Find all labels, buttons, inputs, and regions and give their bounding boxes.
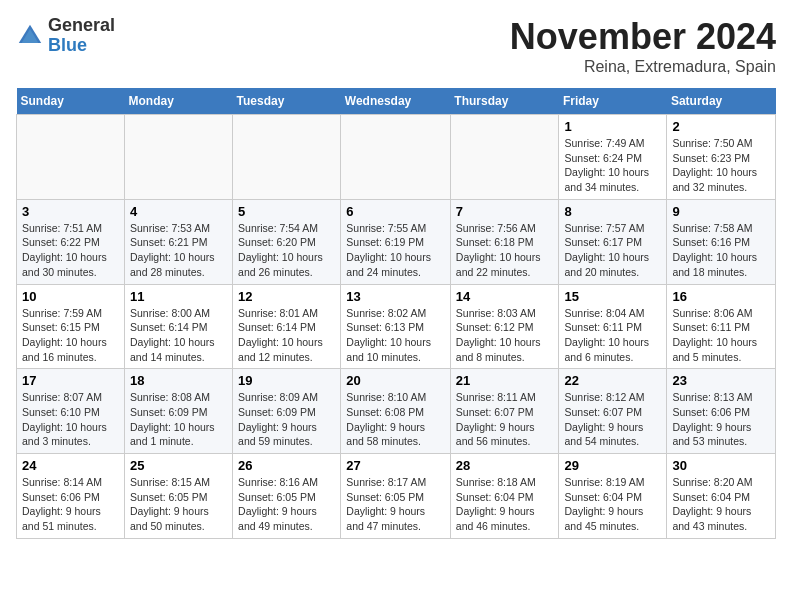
day-info: Sunrise: 8:13 AM Sunset: 6:06 PM Dayligh… <box>672 390 770 449</box>
calendar-cell: 3Sunrise: 7:51 AM Sunset: 6:22 PM Daylig… <box>17 199 125 284</box>
weekday-header-thursday: Thursday <box>450 88 559 115</box>
calendar-cell: 11Sunrise: 8:00 AM Sunset: 6:14 PM Dayli… <box>124 284 232 369</box>
day-number: 1 <box>564 119 661 134</box>
calendar-cell: 27Sunrise: 8:17 AM Sunset: 6:05 PM Dayli… <box>341 454 450 539</box>
day-info: Sunrise: 8:01 AM Sunset: 6:14 PM Dayligh… <box>238 306 335 365</box>
day-info: Sunrise: 7:59 AM Sunset: 6:15 PM Dayligh… <box>22 306 119 365</box>
calendar-cell <box>124 115 232 200</box>
day-info: Sunrise: 7:53 AM Sunset: 6:21 PM Dayligh… <box>130 221 227 280</box>
day-number: 28 <box>456 458 554 473</box>
day-number: 25 <box>130 458 227 473</box>
day-info: Sunrise: 8:02 AM Sunset: 6:13 PM Dayligh… <box>346 306 444 365</box>
day-info: Sunrise: 8:20 AM Sunset: 6:04 PM Dayligh… <box>672 475 770 534</box>
weekday-header-tuesday: Tuesday <box>233 88 341 115</box>
title-block: November 2024 Reina, Extremadura, Spain <box>510 16 776 76</box>
calendar-cell <box>341 115 450 200</box>
day-number: 24 <box>22 458 119 473</box>
day-info: Sunrise: 7:54 AM Sunset: 6:20 PM Dayligh… <box>238 221 335 280</box>
calendar-cell: 17Sunrise: 8:07 AM Sunset: 6:10 PM Dayli… <box>17 369 125 454</box>
day-number: 10 <box>22 289 119 304</box>
day-info: Sunrise: 7:58 AM Sunset: 6:16 PM Dayligh… <box>672 221 770 280</box>
day-info: Sunrise: 8:16 AM Sunset: 6:05 PM Dayligh… <box>238 475 335 534</box>
day-info: Sunrise: 7:57 AM Sunset: 6:17 PM Dayligh… <box>564 221 661 280</box>
day-number: 16 <box>672 289 770 304</box>
day-number: 27 <box>346 458 444 473</box>
calendar-cell: 7Sunrise: 7:56 AM Sunset: 6:18 PM Daylig… <box>450 199 559 284</box>
day-number: 21 <box>456 373 554 388</box>
day-info: Sunrise: 8:04 AM Sunset: 6:11 PM Dayligh… <box>564 306 661 365</box>
calendar-cell: 8Sunrise: 7:57 AM Sunset: 6:17 PM Daylig… <box>559 199 667 284</box>
calendar-cell: 1Sunrise: 7:49 AM Sunset: 6:24 PM Daylig… <box>559 115 667 200</box>
day-number: 22 <box>564 373 661 388</box>
calendar-cell: 22Sunrise: 8:12 AM Sunset: 6:07 PM Dayli… <box>559 369 667 454</box>
calendar-cell: 18Sunrise: 8:08 AM Sunset: 6:09 PM Dayli… <box>124 369 232 454</box>
day-number: 17 <box>22 373 119 388</box>
calendar-cell: 26Sunrise: 8:16 AM Sunset: 6:05 PM Dayli… <box>233 454 341 539</box>
calendar-cell: 12Sunrise: 8:01 AM Sunset: 6:14 PM Dayli… <box>233 284 341 369</box>
day-number: 14 <box>456 289 554 304</box>
calendar-cell: 23Sunrise: 8:13 AM Sunset: 6:06 PM Dayli… <box>667 369 776 454</box>
calendar-cell: 14Sunrise: 8:03 AM Sunset: 6:12 PM Dayli… <box>450 284 559 369</box>
day-number: 7 <box>456 204 554 219</box>
calendar-week-5: 24Sunrise: 8:14 AM Sunset: 6:06 PM Dayli… <box>17 454 776 539</box>
day-number: 29 <box>564 458 661 473</box>
day-info: Sunrise: 8:18 AM Sunset: 6:04 PM Dayligh… <box>456 475 554 534</box>
calendar-cell: 16Sunrise: 8:06 AM Sunset: 6:11 PM Dayli… <box>667 284 776 369</box>
calendar-week-2: 3Sunrise: 7:51 AM Sunset: 6:22 PM Daylig… <box>17 199 776 284</box>
day-number: 6 <box>346 204 444 219</box>
calendar-cell: 25Sunrise: 8:15 AM Sunset: 6:05 PM Dayli… <box>124 454 232 539</box>
day-info: Sunrise: 7:50 AM Sunset: 6:23 PM Dayligh… <box>672 136 770 195</box>
calendar-cell: 10Sunrise: 7:59 AM Sunset: 6:15 PM Dayli… <box>17 284 125 369</box>
day-number: 8 <box>564 204 661 219</box>
day-number: 13 <box>346 289 444 304</box>
day-number: 2 <box>672 119 770 134</box>
day-number: 19 <box>238 373 335 388</box>
day-number: 18 <box>130 373 227 388</box>
calendar-cell: 6Sunrise: 7:55 AM Sunset: 6:19 PM Daylig… <box>341 199 450 284</box>
calendar-cell: 19Sunrise: 8:09 AM Sunset: 6:09 PM Dayli… <box>233 369 341 454</box>
day-info: Sunrise: 7:51 AM Sunset: 6:22 PM Dayligh… <box>22 221 119 280</box>
logo-blue: Blue <box>48 35 87 55</box>
day-number: 3 <box>22 204 119 219</box>
day-number: 23 <box>672 373 770 388</box>
day-number: 9 <box>672 204 770 219</box>
day-info: Sunrise: 8:17 AM Sunset: 6:05 PM Dayligh… <box>346 475 444 534</box>
day-info: Sunrise: 7:55 AM Sunset: 6:19 PM Dayligh… <box>346 221 444 280</box>
page-header: General Blue November 2024 Reina, Extrem… <box>16 16 776 76</box>
day-number: 11 <box>130 289 227 304</box>
logo: General Blue <box>16 16 115 56</box>
calendar-cell: 9Sunrise: 7:58 AM Sunset: 6:16 PM Daylig… <box>667 199 776 284</box>
calendar-cell: 2Sunrise: 7:50 AM Sunset: 6:23 PM Daylig… <box>667 115 776 200</box>
day-info: Sunrise: 8:14 AM Sunset: 6:06 PM Dayligh… <box>22 475 119 534</box>
calendar-table: SundayMondayTuesdayWednesdayThursdayFrid… <box>16 88 776 539</box>
calendar-cell: 4Sunrise: 7:53 AM Sunset: 6:21 PM Daylig… <box>124 199 232 284</box>
calendar-cell: 15Sunrise: 8:04 AM Sunset: 6:11 PM Dayli… <box>559 284 667 369</box>
calendar-week-3: 10Sunrise: 7:59 AM Sunset: 6:15 PM Dayli… <box>17 284 776 369</box>
day-info: Sunrise: 8:07 AM Sunset: 6:10 PM Dayligh… <box>22 390 119 449</box>
calendar-cell: 21Sunrise: 8:11 AM Sunset: 6:07 PM Dayli… <box>450 369 559 454</box>
calendar-cell: 30Sunrise: 8:20 AM Sunset: 6:04 PM Dayli… <box>667 454 776 539</box>
logo-icon <box>16 22 44 50</box>
day-info: Sunrise: 8:00 AM Sunset: 6:14 PM Dayligh… <box>130 306 227 365</box>
calendar-week-1: 1Sunrise: 7:49 AM Sunset: 6:24 PM Daylig… <box>17 115 776 200</box>
weekday-header-friday: Friday <box>559 88 667 115</box>
calendar-cell: 20Sunrise: 8:10 AM Sunset: 6:08 PM Dayli… <box>341 369 450 454</box>
weekday-header-wednesday: Wednesday <box>341 88 450 115</box>
day-info: Sunrise: 8:03 AM Sunset: 6:12 PM Dayligh… <box>456 306 554 365</box>
day-info: Sunrise: 8:12 AM Sunset: 6:07 PM Dayligh… <box>564 390 661 449</box>
day-info: Sunrise: 8:06 AM Sunset: 6:11 PM Dayligh… <box>672 306 770 365</box>
day-number: 15 <box>564 289 661 304</box>
month-title: November 2024 <box>510 16 776 58</box>
day-number: 4 <box>130 204 227 219</box>
calendar-cell: 28Sunrise: 8:18 AM Sunset: 6:04 PM Dayli… <box>450 454 559 539</box>
day-number: 30 <box>672 458 770 473</box>
calendar-cell <box>233 115 341 200</box>
calendar-cell <box>17 115 125 200</box>
day-info: Sunrise: 8:08 AM Sunset: 6:09 PM Dayligh… <box>130 390 227 449</box>
calendar-cell: 5Sunrise: 7:54 AM Sunset: 6:20 PM Daylig… <box>233 199 341 284</box>
weekday-header-sunday: Sunday <box>17 88 125 115</box>
day-number: 5 <box>238 204 335 219</box>
day-info: Sunrise: 8:11 AM Sunset: 6:07 PM Dayligh… <box>456 390 554 449</box>
day-info: Sunrise: 7:56 AM Sunset: 6:18 PM Dayligh… <box>456 221 554 280</box>
day-info: Sunrise: 8:10 AM Sunset: 6:08 PM Dayligh… <box>346 390 444 449</box>
